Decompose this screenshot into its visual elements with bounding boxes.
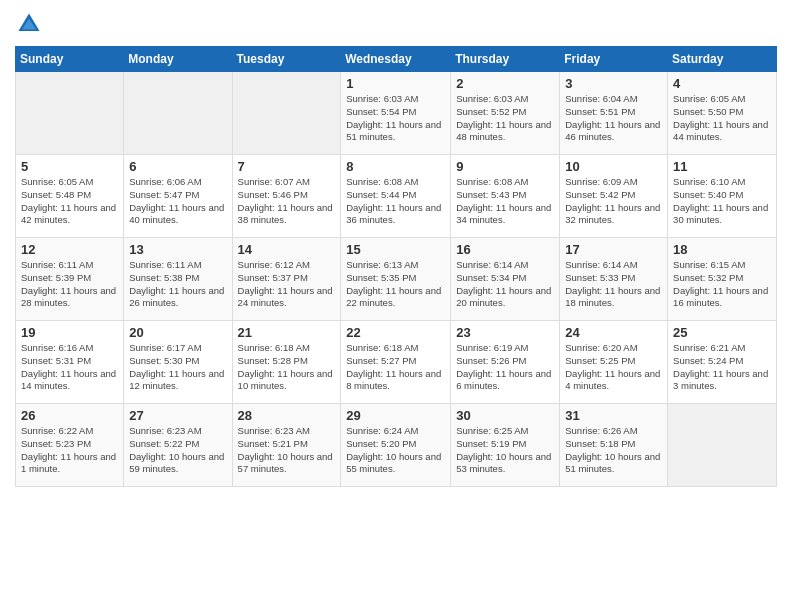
day-info: Sunrise: 6:19 AM Sunset: 5:26 PM Dayligh… [456,342,554,393]
day-cell: 29Sunrise: 6:24 AM Sunset: 5:20 PM Dayli… [341,404,451,487]
day-number: 22 [346,325,445,340]
week-row-4: 19Sunrise: 6:16 AM Sunset: 5:31 PM Dayli… [16,321,777,404]
day-info: Sunrise: 6:23 AM Sunset: 5:21 PM Dayligh… [238,425,336,476]
day-cell: 7Sunrise: 6:07 AM Sunset: 5:46 PM Daylig… [232,155,341,238]
day-number: 7 [238,159,336,174]
day-cell: 9Sunrise: 6:08 AM Sunset: 5:43 PM Daylig… [451,155,560,238]
day-info: Sunrise: 6:15 AM Sunset: 5:32 PM Dayligh… [673,259,771,310]
day-cell [668,404,777,487]
day-info: Sunrise: 6:18 AM Sunset: 5:27 PM Dayligh… [346,342,445,393]
col-header-sunday: Sunday [16,47,124,72]
day-number: 25 [673,325,771,340]
page: SundayMondayTuesdayWednesdayThursdayFrid… [0,0,792,612]
day-info: Sunrise: 6:08 AM Sunset: 5:44 PM Dayligh… [346,176,445,227]
day-info: Sunrise: 6:12 AM Sunset: 5:37 PM Dayligh… [238,259,336,310]
day-info: Sunrise: 6:20 AM Sunset: 5:25 PM Dayligh… [565,342,662,393]
day-number: 3 [565,76,662,91]
day-number: 1 [346,76,445,91]
day-number: 23 [456,325,554,340]
col-header-saturday: Saturday [668,47,777,72]
day-info: Sunrise: 6:22 AM Sunset: 5:23 PM Dayligh… [21,425,118,476]
day-number: 24 [565,325,662,340]
day-cell: 31Sunrise: 6:26 AM Sunset: 5:18 PM Dayli… [560,404,668,487]
week-row-1: 1Sunrise: 6:03 AM Sunset: 5:54 PM Daylig… [16,72,777,155]
logo [15,10,47,38]
day-cell: 26Sunrise: 6:22 AM Sunset: 5:23 PM Dayli… [16,404,124,487]
col-header-thursday: Thursday [451,47,560,72]
day-info: Sunrise: 6:03 AM Sunset: 5:54 PM Dayligh… [346,93,445,144]
day-cell: 21Sunrise: 6:18 AM Sunset: 5:28 PM Dayli… [232,321,341,404]
day-number: 19 [21,325,118,340]
day-info: Sunrise: 6:26 AM Sunset: 5:18 PM Dayligh… [565,425,662,476]
day-number: 18 [673,242,771,257]
day-info: Sunrise: 6:07 AM Sunset: 5:46 PM Dayligh… [238,176,336,227]
day-info: Sunrise: 6:21 AM Sunset: 5:24 PM Dayligh… [673,342,771,393]
day-cell: 6Sunrise: 6:06 AM Sunset: 5:47 PM Daylig… [124,155,232,238]
day-cell: 4Sunrise: 6:05 AM Sunset: 5:50 PM Daylig… [668,72,777,155]
day-number: 12 [21,242,118,257]
day-cell: 5Sunrise: 6:05 AM Sunset: 5:48 PM Daylig… [16,155,124,238]
day-number: 27 [129,408,226,423]
day-number: 10 [565,159,662,174]
day-cell: 17Sunrise: 6:14 AM Sunset: 5:33 PM Dayli… [560,238,668,321]
day-number: 28 [238,408,336,423]
day-number: 2 [456,76,554,91]
header-row: SundayMondayTuesdayWednesdayThursdayFrid… [16,47,777,72]
day-info: Sunrise: 6:11 AM Sunset: 5:39 PM Dayligh… [21,259,118,310]
day-cell: 16Sunrise: 6:14 AM Sunset: 5:34 PM Dayli… [451,238,560,321]
day-info: Sunrise: 6:16 AM Sunset: 5:31 PM Dayligh… [21,342,118,393]
day-cell: 18Sunrise: 6:15 AM Sunset: 5:32 PM Dayli… [668,238,777,321]
day-info: Sunrise: 6:05 AM Sunset: 5:50 PM Dayligh… [673,93,771,144]
day-info: Sunrise: 6:23 AM Sunset: 5:22 PM Dayligh… [129,425,226,476]
day-cell [16,72,124,155]
week-row-3: 12Sunrise: 6:11 AM Sunset: 5:39 PM Dayli… [16,238,777,321]
day-number: 30 [456,408,554,423]
day-cell: 13Sunrise: 6:11 AM Sunset: 5:38 PM Dayli… [124,238,232,321]
col-header-friday: Friday [560,47,668,72]
day-cell: 23Sunrise: 6:19 AM Sunset: 5:26 PM Dayli… [451,321,560,404]
day-number: 11 [673,159,771,174]
day-number: 8 [346,159,445,174]
day-info: Sunrise: 6:03 AM Sunset: 5:52 PM Dayligh… [456,93,554,144]
col-header-wednesday: Wednesday [341,47,451,72]
day-number: 29 [346,408,445,423]
day-number: 31 [565,408,662,423]
day-cell: 14Sunrise: 6:12 AM Sunset: 5:37 PM Dayli… [232,238,341,321]
day-number: 17 [565,242,662,257]
day-number: 6 [129,159,226,174]
day-cell: 3Sunrise: 6:04 AM Sunset: 5:51 PM Daylig… [560,72,668,155]
day-info: Sunrise: 6:25 AM Sunset: 5:19 PM Dayligh… [456,425,554,476]
day-info: Sunrise: 6:06 AM Sunset: 5:47 PM Dayligh… [129,176,226,227]
day-info: Sunrise: 6:24 AM Sunset: 5:20 PM Dayligh… [346,425,445,476]
day-cell [124,72,232,155]
day-info: Sunrise: 6:08 AM Sunset: 5:43 PM Dayligh… [456,176,554,227]
day-number: 4 [673,76,771,91]
day-number: 14 [238,242,336,257]
day-number: 21 [238,325,336,340]
day-info: Sunrise: 6:17 AM Sunset: 5:30 PM Dayligh… [129,342,226,393]
week-row-2: 5Sunrise: 6:05 AM Sunset: 5:48 PM Daylig… [16,155,777,238]
day-info: Sunrise: 6:04 AM Sunset: 5:51 PM Dayligh… [565,93,662,144]
day-cell: 19Sunrise: 6:16 AM Sunset: 5:31 PM Dayli… [16,321,124,404]
day-cell: 8Sunrise: 6:08 AM Sunset: 5:44 PM Daylig… [341,155,451,238]
day-cell: 25Sunrise: 6:21 AM Sunset: 5:24 PM Dayli… [668,321,777,404]
day-number: 26 [21,408,118,423]
day-cell: 1Sunrise: 6:03 AM Sunset: 5:54 PM Daylig… [341,72,451,155]
day-info: Sunrise: 6:14 AM Sunset: 5:33 PM Dayligh… [565,259,662,310]
day-cell: 20Sunrise: 6:17 AM Sunset: 5:30 PM Dayli… [124,321,232,404]
day-cell: 30Sunrise: 6:25 AM Sunset: 5:19 PM Dayli… [451,404,560,487]
day-info: Sunrise: 6:11 AM Sunset: 5:38 PM Dayligh… [129,259,226,310]
day-cell: 12Sunrise: 6:11 AM Sunset: 5:39 PM Dayli… [16,238,124,321]
day-cell: 27Sunrise: 6:23 AM Sunset: 5:22 PM Dayli… [124,404,232,487]
header [15,10,777,38]
day-info: Sunrise: 6:18 AM Sunset: 5:28 PM Dayligh… [238,342,336,393]
day-info: Sunrise: 6:10 AM Sunset: 5:40 PM Dayligh… [673,176,771,227]
day-info: Sunrise: 6:05 AM Sunset: 5:48 PM Dayligh… [21,176,118,227]
day-cell: 10Sunrise: 6:09 AM Sunset: 5:42 PM Dayli… [560,155,668,238]
day-cell: 24Sunrise: 6:20 AM Sunset: 5:25 PM Dayli… [560,321,668,404]
day-info: Sunrise: 6:13 AM Sunset: 5:35 PM Dayligh… [346,259,445,310]
day-number: 5 [21,159,118,174]
day-cell: 15Sunrise: 6:13 AM Sunset: 5:35 PM Dayli… [341,238,451,321]
day-cell: 2Sunrise: 6:03 AM Sunset: 5:52 PM Daylig… [451,72,560,155]
day-info: Sunrise: 6:09 AM Sunset: 5:42 PM Dayligh… [565,176,662,227]
